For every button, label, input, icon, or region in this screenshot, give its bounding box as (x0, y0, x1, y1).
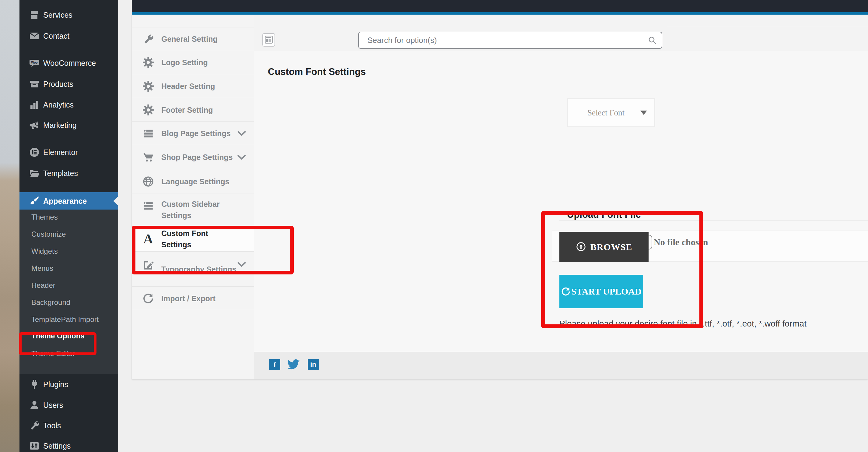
browse-button[interactable]: BROWSE (559, 232, 649, 262)
wrench-icon (29, 420, 40, 431)
options-item-header-setting[interactable]: Header Setting (132, 74, 254, 98)
submenu-item-templatepath-import[interactable]: TemplatePath Import (31, 312, 99, 327)
appearance-submenu: Themes Customize Widgets Menus Header Ba… (20, 209, 118, 374)
refresh-icon (561, 287, 571, 296)
list-icon (142, 127, 155, 140)
options-item-import-export[interactable]: Import / Export (132, 286, 254, 310)
plug-icon (29, 378, 40, 390)
current-menu-arrow (113, 196, 118, 206)
cart-icon (142, 151, 155, 164)
submenu-item-background[interactable]: Background (31, 295, 70, 310)
products-icon (29, 78, 40, 90)
font-select[interactable]: Select Font (567, 98, 655, 127)
upload-section-divider (559, 220, 868, 221)
mail-icon (29, 30, 40, 42)
submenu-item-widgets[interactable]: Widgets (31, 244, 58, 259)
font-select-value: Select Font (587, 108, 624, 118)
submenu-item-customize[interactable]: Customize (31, 227, 66, 242)
upload-hint-text: Please upload your desire font file in *… (559, 319, 807, 329)
main-content: Custom Font Settings Select Font Upload … (254, 51, 868, 352)
start-upload-button[interactable]: START UPLOAD (559, 275, 643, 308)
sidebar-item-label: Templates (43, 169, 78, 178)
refresh-icon (142, 292, 155, 305)
sidebar-item-settings[interactable]: Settings (20, 435, 118, 452)
upload-section-heading: Upload Font File (567, 209, 641, 220)
user-icon (29, 399, 40, 411)
options-item-general-setting[interactable]: General Setting (132, 27, 254, 50)
panel-top-bar (132, 0, 868, 12)
desktop-background-image (0, 0, 20, 452)
bar-chart-icon (29, 99, 40, 111)
sliders-icon (29, 440, 40, 452)
letter-a-icon: A (142, 233, 155, 246)
facebook-icon[interactable]: f (269, 359, 280, 370)
submenu-item-theme-options[interactable]: Theme Options (31, 328, 85, 344)
list-icon (142, 199, 155, 212)
linkedin-icon[interactable]: in (308, 359, 319, 370)
chevron-down-icon (237, 261, 246, 268)
gear-icon (142, 80, 155, 93)
megaphone-icon (29, 119, 40, 131)
woocommerce-icon: Woo (29, 57, 40, 69)
wrench-icon (142, 33, 155, 46)
options-item-language-settings[interactable]: Language Settings (132, 169, 254, 193)
sidebar-item-label: Plugins (43, 380, 68, 389)
sidebar-item-label: Services (43, 11, 72, 20)
file-status-text: No file chosen (654, 237, 708, 247)
sidebar-item-label: WooCommerce (43, 59, 96, 67)
brush-icon (29, 195, 40, 207)
header-divider (666, 27, 868, 27)
sidebar-item-label: Tools (43, 421, 61, 430)
options-menu-divider (132, 310, 254, 310)
submenu-item-themes[interactable]: Themes (31, 209, 58, 225)
options-item-shop-page-settings[interactable]: Shop Page Settings (132, 145, 254, 169)
sidebar-item-label: Elementor (43, 148, 78, 157)
sidebar-item-label: Appearance (43, 196, 87, 205)
sidebar-item-label: Marketing (43, 121, 77, 130)
sidebar-item-contact[interactable]: Contact (20, 26, 118, 46)
globe-icon (142, 175, 155, 188)
sidebar-item-marketing[interactable]: Marketing (20, 115, 118, 136)
search-bar (358, 32, 662, 49)
theme-options-panel: General Setting Logo Setting Header Sett… (132, 0, 868, 379)
panel-footer: f in (254, 352, 868, 379)
sidebar-item-label: Analytics (43, 101, 74, 109)
sidebar-item-services[interactable]: Services (20, 5, 118, 25)
options-item-typography-settings[interactable]: Typography Settings (132, 251, 254, 287)
options-item-blog-page-settings[interactable]: Blog Page Settings (132, 121, 254, 145)
sidebar-item-label: Users (43, 401, 63, 409)
panel-accent-line (132, 12, 868, 15)
gear-icon (142, 104, 155, 116)
sidebar-item-templates[interactable]: Templates (20, 163, 118, 183)
elementor-icon (29, 146, 40, 158)
sidebar-item-elementor[interactable]: Elementor (20, 142, 118, 163)
sidebar-item-tools[interactable]: Tools (20, 415, 118, 436)
layout-icon (264, 35, 273, 45)
admin-sidebar: Services Contact Woo WooCommerce Product… (20, 0, 118, 452)
twitter-icon[interactable] (286, 358, 300, 370)
options-item-logo-setting[interactable]: Logo Setting (132, 50, 254, 74)
submenu-item-menus[interactable]: Menus (31, 261, 53, 276)
sidebar-item-plugins[interactable]: Plugins (20, 374, 118, 395)
sidebar-item-woocommerce[interactable]: Woo WooCommerce (20, 53, 118, 74)
search-icon[interactable] (648, 36, 657, 45)
sidebar-item-analytics[interactable]: Analytics (20, 94, 118, 115)
options-item-custom-font-settings[interactable]: A Custom Font Settings (132, 226, 254, 252)
sidebar-item-products[interactable]: Products (20, 74, 118, 94)
options-item-custom-sidebar-settings[interactable]: Custom Sidebar Settings (132, 193, 254, 226)
submenu-item-theme-editor[interactable]: Theme Editor (31, 346, 75, 361)
upload-circle-icon (576, 242, 586, 253)
chevron-down-icon (237, 130, 246, 137)
wordpress-admin-screen: Services Contact Woo WooCommerce Product… (0, 0, 868, 452)
sidebar-item-label: Settings (43, 442, 71, 450)
search-input[interactable] (358, 32, 662, 49)
submenu-item-header[interactable]: Header (31, 278, 55, 293)
sidebar-item-label: Products (43, 80, 73, 89)
sidebar-item-users[interactable]: Users (20, 395, 118, 416)
options-menu: General Setting Logo Setting Header Sett… (132, 15, 254, 379)
panel-header (254, 15, 868, 51)
options-item-footer-setting[interactable]: Footer Setting (132, 98, 254, 121)
toggle-layout-button[interactable] (262, 33, 275, 47)
folder-icon (29, 168, 40, 179)
sidebar-item-appearance[interactable]: Appearance (20, 192, 118, 209)
